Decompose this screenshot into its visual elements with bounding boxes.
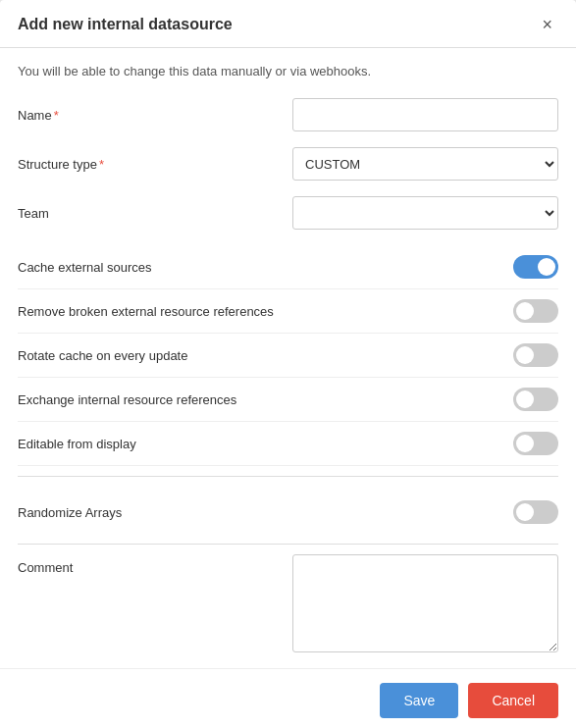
toggle-label-editable-display: Editable from display	[18, 437, 136, 451]
structure-type-label: Structure type*	[18, 157, 292, 172]
comment-label: Comment	[18, 554, 292, 575]
toggle-row-remove-broken: Remove broken external resource referenc…	[18, 289, 558, 334]
structure-type-row: Structure type* CUSTOM	[18, 147, 558, 181]
slider-editable-display	[513, 432, 558, 455]
name-label: Name*	[18, 108, 292, 123]
slider-rotate-cache	[513, 343, 558, 367]
name-row: Name*	[18, 98, 558, 131]
modal-footer: Save Cancel	[0, 668, 576, 728]
name-input[interactable]	[292, 98, 558, 131]
toggle-row-cache-external: Cache external sources	[18, 245, 558, 289]
toggle-row-rotate-cache: Rotate cache on every update	[18, 334, 558, 378]
close-button[interactable]: ×	[536, 14, 558, 35]
team-label: Team	[18, 206, 292, 221]
slider-exchange-internal	[513, 388, 558, 411]
save-button[interactable]: Save	[380, 683, 458, 718]
modal-title: Add new internal datasource	[18, 16, 233, 33]
section-divider-2	[18, 544, 558, 545]
toggle-label-cache-external: Cache external sources	[18, 260, 152, 275]
toggle-remove-broken[interactable]	[513, 299, 558, 323]
cancel-button[interactable]: Cancel	[468, 683, 558, 718]
toggle-row-editable-display: Editable from display	[18, 422, 558, 466]
structure-type-required-star: *	[99, 157, 104, 172]
toggle-label-rotate-cache: Rotate cache on every update	[18, 348, 187, 363]
randomize-row: Randomize Arrays	[18, 487, 558, 534]
comment-row: Comment	[18, 554, 558, 652]
toggles-section: Cache external sources Remove broken ext…	[18, 245, 558, 466]
modal-subtitle: You will be able to change this data man…	[18, 64, 558, 78]
comment-textarea[interactable]	[292, 554, 558, 652]
slider-cache-external	[513, 255, 558, 279]
toggle-label-remove-broken: Remove broken external resource referenc…	[18, 304, 274, 319]
modal-header: Add new internal datasource ×	[0, 0, 576, 48]
toggle-rotate-cache[interactable]	[513, 343, 558, 367]
modal-body: You will be able to change this data man…	[0, 48, 576, 668]
toggle-cache-external[interactable]	[513, 255, 558, 279]
slider-randomize-arrays	[513, 500, 558, 524]
structure-type-select[interactable]: CUSTOM	[292, 147, 558, 181]
toggle-row-exchange-internal: Exchange internal resource references	[18, 378, 558, 422]
toggle-randomize-arrays[interactable]	[513, 500, 558, 524]
toggle-editable-display[interactable]	[513, 432, 558, 455]
name-required-star: *	[54, 108, 59, 123]
randomize-label: Randomize Arrays	[18, 505, 122, 520]
team-row: Team	[18, 196, 558, 230]
team-select[interactable]	[292, 196, 558, 230]
section-divider-1	[18, 476, 558, 477]
modal-container: Add new internal datasource × You will b…	[0, 0, 576, 728]
toggle-exchange-internal[interactable]	[513, 388, 558, 411]
slider-remove-broken	[513, 299, 558, 323]
toggle-label-exchange-internal: Exchange internal resource references	[18, 392, 236, 407]
